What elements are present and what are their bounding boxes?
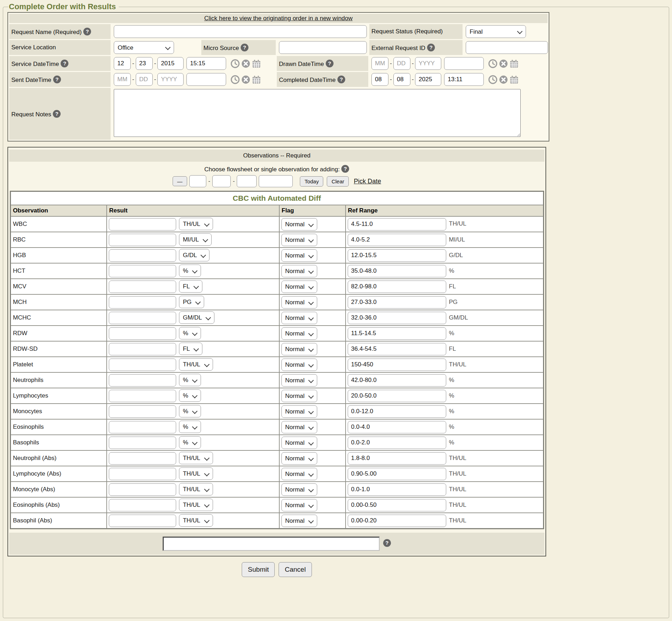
result-input[interactable] [109,218,176,231]
result-input[interactable] [109,499,176,511]
observation-add-input[interactable] [163,537,380,551]
flag-select[interactable]: Normal [281,359,317,371]
result-input[interactable] [109,437,176,449]
result-input[interactable] [109,483,176,496]
flag-select[interactable]: Normal [281,468,317,480]
service-time-input[interactable] [186,57,226,70]
flag-select[interactable]: Normal [281,218,317,231]
result-unit-select[interactable]: % [179,421,201,433]
result-unit-select[interactable]: % [179,327,201,339]
result-unit-select[interactable]: G/DL [179,249,209,261]
flag-select[interactable]: Normal [281,296,317,309]
ref-range-input[interactable] [348,483,446,496]
result-unit-select[interactable]: % [179,374,201,386]
sent-year-input[interactable] [157,73,184,86]
obs-date-month-input[interactable] [189,175,206,187]
clock-icon[interactable] [231,59,240,68]
sent-time-input[interactable] [186,73,226,86]
ref-range-input[interactable] [348,452,446,465]
result-unit-select[interactable]: TH/UL [179,358,213,371]
ref-range-input[interactable] [348,468,446,480]
flag-select[interactable]: Normal [281,265,317,277]
result-input[interactable] [109,234,176,246]
x-circle-icon[interactable] [499,75,508,84]
completed-year-input[interactable] [415,73,441,86]
flag-select[interactable]: Normal [281,281,317,293]
flag-select[interactable]: Normal [281,405,317,418]
flag-select[interactable]: Normal [281,234,317,246]
obs-date-time-input[interactable] [259,175,293,187]
pick-date-link[interactable]: Pick Date [354,178,381,185]
cancel-button[interactable]: Cancel [279,562,312,577]
completed-day-input[interactable] [393,73,410,86]
drawn-day-input[interactable] [393,57,410,70]
request-status-select[interactable]: Final [466,25,526,38]
flag-select[interactable]: Normal [281,437,317,449]
flag-select[interactable]: Normal [281,249,317,262]
result-unit-select[interactable]: TH/UL [179,483,213,495]
service-day-input[interactable] [136,57,153,70]
result-unit-select[interactable]: MI/UL [179,233,212,246]
ref-range-input[interactable] [348,359,446,371]
calendar-icon[interactable] [252,75,261,84]
ref-range-input[interactable] [348,296,446,309]
x-circle-icon[interactable] [241,75,250,84]
completed-time-input[interactable] [444,73,484,86]
request-notes-textarea[interactable] [114,89,521,137]
clear-button[interactable]: Clear [327,176,349,187]
result-unit-select[interactable]: TH/UL [179,452,213,464]
collapse-button[interactable]: — [173,176,187,186]
result-input[interactable] [109,281,176,293]
sent-month-input[interactable] [114,73,131,86]
ref-range-input[interactable] [348,281,446,293]
micro-source-input[interactable] [279,41,367,54]
view-originating-order-link[interactable]: Click here to view the originating order… [204,15,353,22]
result-unit-select[interactable]: FL [179,343,202,355]
ref-range-input[interactable] [348,499,446,511]
result-input[interactable] [109,374,176,387]
result-unit-select[interactable]: % [179,265,201,277]
result-input[interactable] [109,515,176,527]
service-month-input[interactable] [114,57,131,70]
result-unit-select[interactable]: % [179,436,201,449]
ref-range-input[interactable] [348,515,446,527]
x-circle-icon[interactable] [499,59,508,68]
result-unit-select[interactable]: % [179,405,201,417]
calendar-icon[interactable] [510,59,519,68]
ref-range-input[interactable] [348,249,446,262]
ref-range-input[interactable] [348,343,446,355]
request-name-input[interactable] [114,25,367,38]
submit-button[interactable]: Submit [242,562,275,577]
flag-select[interactable]: Normal [281,499,317,511]
flag-select[interactable]: Normal [281,374,317,387]
ref-range-input[interactable] [348,265,446,277]
flag-select[interactable]: Normal [281,483,317,496]
obs-date-day-input[interactable] [212,175,231,187]
flag-select[interactable]: Normal [281,452,317,465]
result-unit-select[interactable]: FL [179,280,202,293]
result-unit-select[interactable]: % [179,389,201,402]
clock-icon[interactable] [488,59,497,68]
flag-select[interactable]: Normal [281,343,317,355]
result-input[interactable] [109,421,176,433]
ref-range-input[interactable] [348,374,446,387]
result-input[interactable] [109,390,176,402]
flag-select[interactable]: Normal [281,515,317,527]
calendar-icon[interactable] [510,75,519,84]
result-unit-select[interactable]: TH/UL [179,218,213,230]
result-unit-select[interactable]: GM/DL [179,311,214,324]
flag-select[interactable]: Normal [281,312,317,324]
result-input[interactable] [109,452,176,465]
result-input[interactable] [109,359,176,371]
service-location-select[interactable]: Office [114,41,174,54]
result-input[interactable] [109,265,176,277]
flag-select[interactable]: Normal [281,390,317,402]
result-unit-select[interactable]: TH/UL [179,499,213,511]
result-input[interactable] [109,327,176,340]
result-input[interactable] [109,296,176,309]
x-circle-icon[interactable] [241,59,250,68]
ref-range-input[interactable] [348,405,446,418]
result-input[interactable] [109,468,176,480]
completed-month-input[interactable] [371,73,388,86]
flag-select[interactable]: Normal [281,327,317,340]
